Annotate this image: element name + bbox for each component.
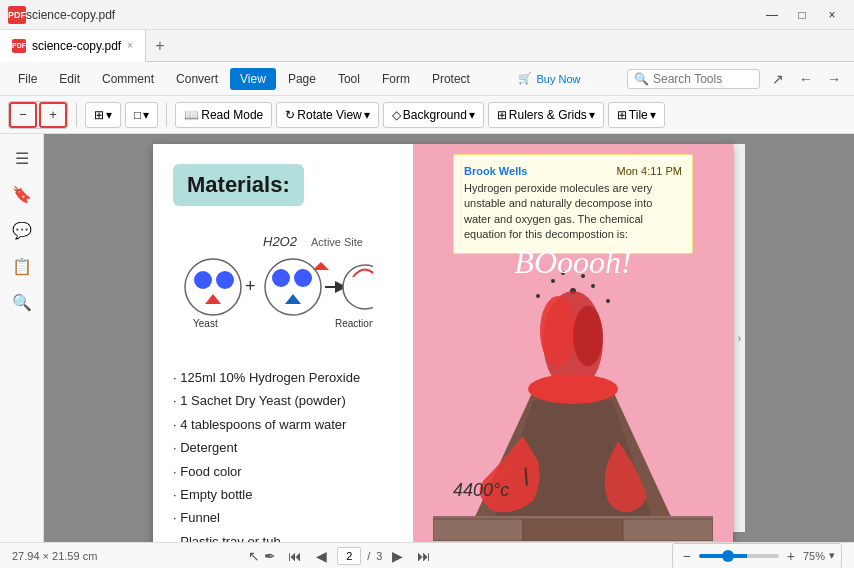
shopping-icon: 🛒 xyxy=(518,72,532,85)
cursor-icon[interactable]: ↖ xyxy=(248,548,260,564)
prev-page-button[interactable]: ◀ xyxy=(312,546,331,566)
menubar: File Edit Comment Convert View Page Tool… xyxy=(0,62,854,96)
tile-label: Tile xyxy=(629,108,648,122)
list-item: 1 Sachet Dry Yeast (powder) xyxy=(173,389,393,412)
svg-point-18 xyxy=(591,284,595,288)
rulers-caret: ▾ xyxy=(589,108,595,122)
back-icon[interactable]: ← xyxy=(794,67,818,91)
menu-form[interactable]: Form xyxy=(372,68,420,90)
zoom-out-button[interactable]: − xyxy=(9,102,37,128)
zoom-in-button[interactable]: + xyxy=(39,102,67,128)
rulers-grids-button[interactable]: ⊞ Rulers & Grids ▾ xyxy=(488,102,604,128)
hand-icon[interactable]: ✒ xyxy=(264,548,276,564)
menu-protect[interactable]: Protect xyxy=(422,68,480,90)
menu-view[interactable]: View xyxy=(230,68,276,90)
read-mode-button[interactable]: 📖 Read Mode xyxy=(175,102,272,128)
background-button[interactable]: ◇ Background ▾ xyxy=(383,102,484,128)
svg-point-9 xyxy=(272,269,290,287)
tile-caret: ▾ xyxy=(650,108,656,122)
zoom-in-status-button[interactable]: + xyxy=(783,546,799,566)
zoom-controls: − + xyxy=(8,101,68,129)
page-right-content: Brook Wells Mon 4:11 PM Hydrogen peroxid… xyxy=(413,144,733,542)
next-page-button[interactable]: ▶ xyxy=(388,546,407,566)
page-navigation: ⏮ ◀ / 3 ▶ ⏭ xyxy=(284,546,435,566)
temperature-label: 4400°c xyxy=(453,480,509,501)
total-pages: 3 xyxy=(376,550,382,562)
tile-icon: ⊞ xyxy=(617,108,627,122)
menu-tool[interactable]: Tool xyxy=(328,68,370,90)
tile-button[interactable]: ⊞ Tile ▾ xyxy=(608,102,665,128)
menu-comment[interactable]: Comment xyxy=(92,68,164,90)
tab-science-copy[interactable]: PDF science-copy.pdf × xyxy=(0,30,146,62)
tab-label: science-copy.pdf xyxy=(32,39,121,53)
menu-file[interactable]: File xyxy=(8,68,47,90)
first-page-button[interactable]: ⏮ xyxy=(284,546,306,566)
menu-right-controls: ↗ ← → xyxy=(766,67,846,91)
zoom-slider[interactable] xyxy=(699,554,779,558)
close-button[interactable]: × xyxy=(818,5,846,25)
main-area: ☰ 🔖 💬 📋 🔍 Materials: H2O2 Active Site xyxy=(0,134,854,542)
svg-rect-31 xyxy=(523,519,623,541)
buy-now-link[interactable]: 🛒 Buy Now xyxy=(518,72,580,85)
comment-header: Brook Wells Mon 4:11 PM xyxy=(464,165,682,177)
list-item: 4 tablespoons of warm water xyxy=(173,413,393,436)
toolbar-separator-1 xyxy=(76,103,77,127)
app-icon: PDF xyxy=(8,6,26,24)
view-controls[interactable]: □ ▾ xyxy=(125,102,158,128)
search-field[interactable] xyxy=(653,72,753,86)
read-mode-label: Read Mode xyxy=(201,108,263,122)
boooooh-text: BOoooh! xyxy=(514,244,631,281)
read-mode-icon: 📖 xyxy=(184,108,199,122)
rotate-icon: ↻ xyxy=(285,108,295,122)
document-area[interactable]: Materials: H2O2 Active Site Yeast xyxy=(44,134,854,542)
list-item: 125ml 10% Hydrogen Peroxide xyxy=(173,366,393,389)
sidebar-item-bookmarks[interactable]: 🔖 xyxy=(6,178,38,210)
svg-rect-30 xyxy=(433,519,523,541)
navigate-controls[interactable]: ⊞ ▾ xyxy=(85,102,121,128)
list-item: Funnel xyxy=(173,506,393,529)
comment-author: Brook Wells xyxy=(464,165,527,177)
svg-point-8 xyxy=(265,259,321,315)
svg-point-25 xyxy=(573,306,603,366)
menu-edit[interactable]: Edit xyxy=(49,68,90,90)
last-page-button[interactable]: ⏭ xyxy=(413,546,435,566)
sidebar-item-attachments[interactable]: 📋 xyxy=(6,250,38,282)
svg-point-19 xyxy=(536,294,540,298)
sidebar-item-search[interactable]: 🔍 xyxy=(6,286,38,318)
right-panel-handle[interactable]: › xyxy=(733,144,745,532)
external-link-icon[interactable]: ↗ xyxy=(766,67,790,91)
svg-point-3 xyxy=(194,271,212,289)
svg-point-2 xyxy=(185,259,241,315)
view-caret: ▾ xyxy=(143,108,149,122)
rotate-view-label: Rotate View xyxy=(297,108,361,122)
tabbar: PDF science-copy.pdf × + xyxy=(0,30,854,62)
materials-title: Materials: xyxy=(173,164,304,206)
list-item: Empty bottle xyxy=(173,483,393,506)
svg-point-28 xyxy=(528,374,618,404)
navigate-icon: ⊞ xyxy=(94,108,104,122)
page-separator: / xyxy=(367,550,370,562)
menu-page[interactable]: Page xyxy=(278,68,326,90)
rotate-view-button[interactable]: ↻ Rotate View ▾ xyxy=(276,102,378,128)
search-tools-input[interactable]: 🔍 xyxy=(627,69,760,89)
sidebar-item-comments[interactable]: 💬 xyxy=(6,214,38,246)
list-item: Detergent xyxy=(173,436,393,459)
zoom-out-status-button[interactable]: − xyxy=(679,546,695,566)
new-tab-button[interactable]: + xyxy=(146,32,174,60)
zoom-dropdown-icon[interactable]: ▾ xyxy=(829,549,835,562)
titlebar: PDF science-copy.pdf — □ × xyxy=(0,0,854,30)
chevron-right-icon: › xyxy=(738,333,741,344)
sidebar-item-pages[interactable]: ☰ xyxy=(6,142,38,174)
svg-rect-32 xyxy=(623,519,713,541)
zoom-controls: − + 75% ▾ xyxy=(672,543,842,569)
menu-convert[interactable]: Convert xyxy=(166,68,228,90)
minimize-button[interactable]: — xyxy=(758,5,786,25)
rulers-grids-label: Rulers & Grids xyxy=(509,108,587,122)
forward-icon[interactable]: → xyxy=(822,67,846,91)
tab-close-button[interactable]: × xyxy=(127,40,133,51)
statusbar: 27.94 × 21.59 cm ↖ ✒ ⏮ ◀ / 3 ▶ ⏭ − + 75%… xyxy=(0,542,854,568)
window-title: science-copy.pdf xyxy=(26,8,758,22)
current-page-input[interactable] xyxy=(337,547,361,565)
svg-point-10 xyxy=(294,269,312,287)
maximize-button[interactable]: □ xyxy=(788,5,816,25)
